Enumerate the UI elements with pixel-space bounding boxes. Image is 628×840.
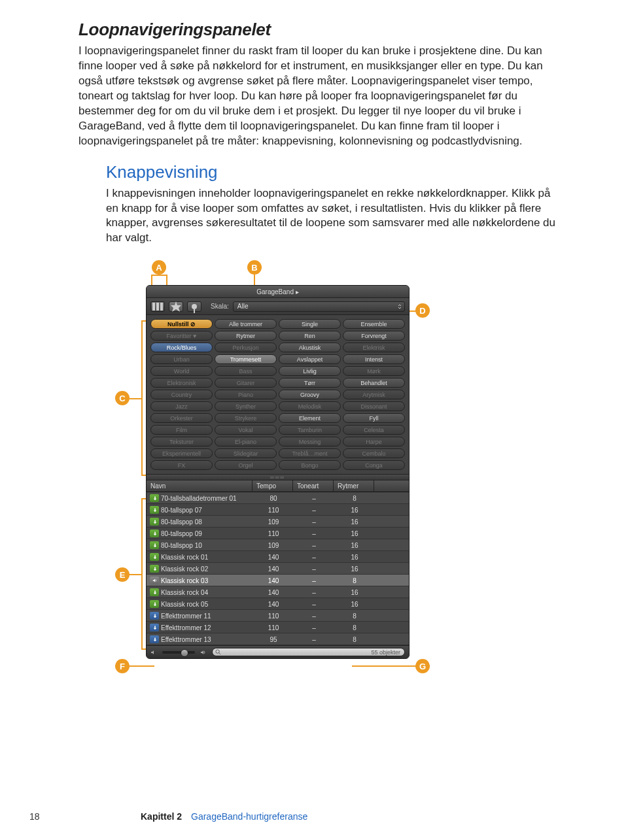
result-row[interactable]: 70-tallsballadetrommer 0180–8 — [147, 492, 409, 504]
chapter-label: Kapittel 2 — [141, 811, 182, 822]
col-beats[interactable]: Rytmer — [334, 480, 374, 492]
keyword-button[interactable]: Mørk — [343, 366, 405, 376]
panel-titlebar[interactable]: GarageBand ▸ — [147, 286, 409, 298]
keyword-button[interactable]: Vokal — [215, 425, 277, 435]
keyword-button[interactable]: Urban — [150, 354, 213, 364]
result-row[interactable]: Klassisk rock 03140–8 — [147, 575, 409, 586]
keyword-button[interactable]: Country — [150, 390, 213, 399]
keyword-button[interactable]: Teksturer — [150, 437, 213, 446]
col-name[interactable]: Navn — [147, 480, 253, 492]
volume-slider[interactable] — [162, 651, 195, 654]
keyword-button[interactable]: Dissonant — [343, 401, 405, 411]
keyword-button[interactable]: Celesta — [343, 425, 405, 435]
result-row[interactable]: Klassisk rock 02140–16 — [147, 563, 409, 575]
loop-icon[interactable] — [150, 518, 159, 526]
loop-icon[interactable] — [150, 600, 159, 608]
loop-beats: 8 — [334, 636, 374, 643]
keyword-button[interactable]: Perkusjon — [215, 343, 277, 352]
keyword-button[interactable]: Eksperimentell — [150, 448, 213, 458]
svg-rect-2 — [160, 303, 163, 311]
keyword-button[interactable]: Rock/Blues — [150, 343, 213, 352]
keyword-button[interactable]: Conga — [343, 460, 405, 470]
keyword-button[interactable]: Intenst — [343, 354, 405, 364]
keyword-button[interactable]: Elektrisk — [343, 343, 405, 352]
scale-select[interactable]: Alle — [233, 301, 405, 312]
result-row[interactable]: 80-tallspop 08109–16 — [147, 516, 409, 528]
result-row[interactable]: Effekttrommer 1395–8 — [147, 633, 409, 645]
loop-icon[interactable] — [150, 494, 159, 502]
loop-icon[interactable] — [150, 565, 159, 573]
keyword-button[interactable]: Trommesett — [215, 354, 277, 364]
keyword-button[interactable]: Nullstill ⊘ — [150, 319, 213, 329]
keyword-button[interactable]: Orgel — [215, 460, 277, 470]
loop-icon[interactable] — [150, 529, 159, 537]
callout-c: C — [115, 391, 130, 405]
keyword-button[interactable]: Harpe — [343, 437, 405, 446]
keyword-button[interactable]: World — [150, 366, 213, 376]
keyword-button[interactable]: Orkester — [150, 413, 213, 423]
keyword-button[interactable]: Tamburin — [279, 425, 341, 435]
keyword-button[interactable]: Slidegitar — [215, 448, 277, 458]
result-row[interactable]: Effekttrommer 12110–8 — [147, 622, 409, 633]
keyword-button[interactable]: Forvrengt — [343, 331, 405, 341]
keyword-button[interactable]: Bass — [215, 366, 277, 376]
view-columns-button[interactable] — [150, 301, 165, 312]
loop-icon[interactable] — [150, 541, 159, 549]
scale-value: Alle — [237, 303, 249, 310]
keyword-button[interactable]: Akustisk — [279, 343, 341, 352]
keyword-button[interactable]: Gitarer — [215, 378, 277, 388]
loop-icon[interactable] — [150, 624, 159, 631]
keyword-button[interactable]: Alle trommer — [215, 319, 277, 329]
keyword-button[interactable]: Synther — [215, 401, 277, 411]
callout-g: G — [415, 659, 430, 673]
speaker-icon[interactable] — [150, 577, 159, 584]
col-tempo[interactable]: Tempo — [253, 480, 293, 492]
keyword-button[interactable]: Melodisk — [279, 401, 341, 411]
col-key[interactable]: Toneart — [293, 480, 334, 492]
keyword-button[interactable]: Tørr — [279, 378, 341, 388]
view-podcast-button[interactable] — [187, 301, 201, 312]
keyword-button[interactable]: Treblå…ment — [279, 448, 341, 458]
keyword-button[interactable]: Ensemble — [343, 319, 405, 329]
view-buttons-button[interactable] — [169, 301, 183, 312]
result-row[interactable]: 80-tallspop 07110–16 — [147, 504, 409, 516]
keyword-button[interactable]: Rytmer — [215, 331, 277, 341]
resize-handle[interactable]: ═══ — [147, 474, 409, 480]
callout-line — [151, 275, 166, 276]
keyword-button[interactable]: Avslappet — [279, 354, 341, 364]
keyword-button[interactable]: Cembalo — [343, 448, 405, 458]
keyword-button[interactable]: Piano — [215, 390, 277, 399]
keyword-button[interactable]: Strykere — [215, 413, 277, 423]
keyword-button[interactable]: Jazz — [150, 401, 213, 411]
loop-name: Klassisk rock 05 — [161, 601, 253, 608]
loop-beats: 8 — [334, 624, 374, 631]
keyword-button[interactable]: Elektronisk — [150, 378, 213, 388]
result-row[interactable]: Effekttrommer 11110–8 — [147, 610, 409, 622]
keyword-button[interactable]: Ren — [279, 331, 341, 341]
loop-name: Klassisk rock 03 — [161, 577, 253, 584]
loop-icon[interactable] — [150, 506, 159, 514]
result-row[interactable]: Klassisk rock 04140–16 — [147, 586, 409, 598]
result-row[interactable]: 80-tallspop 09110–16 — [147, 528, 409, 539]
result-row[interactable]: 80-tallspop 10109–16 — [147, 539, 409, 551]
loop-icon[interactable] — [150, 588, 159, 596]
keyword-button[interactable]: Element — [279, 413, 341, 423]
keyword-button[interactable]: Arytmisk — [343, 390, 405, 399]
result-row[interactable]: Klassisk rock 05140–16 — [147, 598, 409, 610]
loop-icon[interactable] — [150, 553, 159, 561]
keyword-button[interactable]: El-piano — [215, 437, 277, 446]
keyword-button[interactable]: Behandlet — [343, 378, 405, 388]
result-row[interactable]: Klassisk rock 01140–16 — [147, 551, 409, 563]
loop-icon[interactable] — [150, 612, 159, 620]
keyword-button[interactable]: FX — [150, 460, 213, 470]
keyword-button[interactable]: Livlig — [279, 366, 341, 376]
keyword-button[interactable]: Bongo — [279, 460, 341, 470]
loop-icon[interactable] — [150, 635, 159, 643]
keyword-button[interactable]: Favoritter ♥ — [150, 331, 213, 341]
search-input[interactable]: 55 objekter — [212, 648, 405, 656]
keyword-button[interactable]: Fyll — [343, 413, 405, 423]
keyword-button[interactable]: Groovy — [279, 390, 341, 399]
keyword-button[interactable]: Film — [150, 425, 213, 435]
keyword-button[interactable]: Messing — [279, 437, 341, 446]
keyword-button[interactable]: Single — [279, 319, 341, 329]
